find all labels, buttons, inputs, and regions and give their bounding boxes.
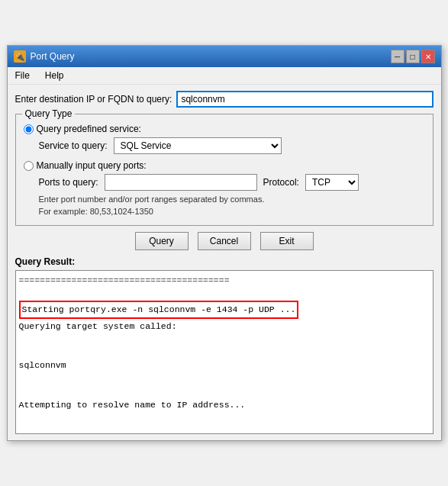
main-window: 🔌 Port Query ─ □ ✕ File Help Enter desti… bbox=[7, 45, 442, 441]
dest-input[interactable] bbox=[176, 91, 433, 108]
service-row: Service to query: SQL Service HTTP FTP S… bbox=[39, 137, 425, 154]
cancel-button[interactable]: Cancel bbox=[198, 232, 251, 250]
ports-label: Ports to query: bbox=[39, 177, 98, 188]
window-title: Port Query bbox=[31, 51, 75, 62]
menu-help[interactable]: Help bbox=[40, 69, 69, 82]
hint-line2: For example: 80,53,1024-1350 bbox=[39, 207, 153, 216]
dest-label: Enter destination IP or FQDN to query: bbox=[15, 94, 172, 105]
service-select[interactable]: SQL Service HTTP FTP SMTP bbox=[114, 137, 282, 154]
exit-button[interactable]: Exit bbox=[260, 232, 314, 250]
button-row: Query Cancel Exit bbox=[15, 232, 433, 250]
app-icon: 🔌 bbox=[14, 50, 26, 63]
query-button[interactable]: Query bbox=[135, 232, 189, 250]
radio-predefined-row: Query predefined service: bbox=[24, 124, 425, 134]
result-area[interactable]: ========================================… bbox=[15, 270, 433, 434]
result-divider: ======================================== bbox=[19, 274, 430, 287]
hint-line1: Enter port number and/or port ranges sep… bbox=[39, 195, 265, 204]
radio-predefined-label: Query predefined service: bbox=[37, 124, 141, 134]
destination-row: Enter destination IP or FQDN to query: bbox=[15, 91, 433, 108]
minimize-button[interactable]: ─ bbox=[391, 50, 404, 63]
query-type-group: Query Type Query predefined service: Ser… bbox=[15, 114, 433, 226]
radio-manual[interactable] bbox=[24, 161, 34, 171]
service-label: Service to query: bbox=[39, 140, 108, 151]
result-line3: Querying target system called: bbox=[19, 320, 430, 333]
maximize-button[interactable]: □ bbox=[406, 50, 420, 63]
close-button[interactable]: ✕ bbox=[421, 50, 435, 63]
result-line5: sqlconnvm bbox=[19, 359, 430, 372]
title-buttons: ─ □ ✕ bbox=[391, 50, 435, 63]
title-bar-left: 🔌 Port Query bbox=[14, 50, 75, 63]
radio-predefined[interactable] bbox=[24, 124, 34, 134]
menu-bar: File Help bbox=[8, 67, 441, 85]
ports-row: Ports to query: Protocol: TCP UDP Both bbox=[39, 174, 425, 191]
protocol-label: Protocol: bbox=[263, 177, 299, 188]
protocol-select[interactable]: TCP UDP Both bbox=[305, 174, 359, 191]
radio-manual-label: Manually input query ports: bbox=[37, 160, 147, 171]
group-title: Query Type bbox=[22, 108, 76, 119]
ports-input[interactable] bbox=[105, 174, 257, 191]
menu-file[interactable]: File bbox=[11, 69, 34, 82]
result-line7: Attempting to resolve name to IP address… bbox=[19, 398, 430, 411]
result-label: Query Result: bbox=[15, 256, 433, 267]
radio-manual-row: Manually input query ports: bbox=[24, 160, 425, 171]
content-area: Enter destination IP or FQDN to query: Q… bbox=[8, 85, 441, 440]
title-bar: 🔌 Port Query ─ □ ✕ bbox=[8, 46, 441, 67]
hint-text: Enter port number and/or port ranges sep… bbox=[39, 194, 425, 217]
result-line1: Starting portqry.exe -n sqlconnvm -e 143… bbox=[19, 301, 299, 318]
